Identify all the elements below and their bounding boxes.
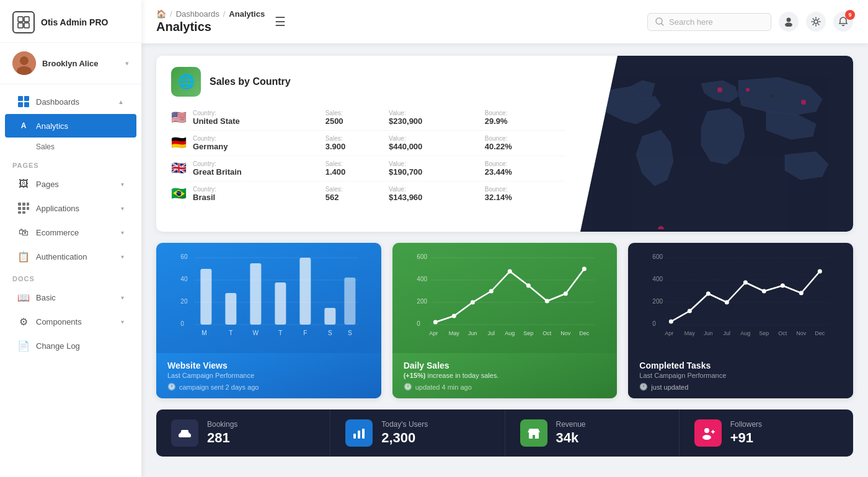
settings-button[interactable] — [806, 12, 826, 32]
svg-rect-17 — [18, 211, 21, 214]
svg-point-88 — [725, 300, 729, 305]
svg-text:0: 0 — [417, 320, 420, 327]
today-users-value: 2,300 — [381, 430, 428, 446]
breadcrumb-sep2: / — [223, 9, 226, 19]
svg-text:Nov: Nov — [560, 330, 571, 336]
country-flag: 🇩🇪 — [171, 131, 193, 156]
chart-bar-icon — [352, 426, 366, 440]
svg-point-27 — [801, 100, 806, 105]
value-cell: Value: $230,900 — [389, 105, 485, 131]
country-cell: Country: United State — [193, 105, 326, 131]
svg-text:Sep: Sep — [760, 330, 769, 336]
daily-sales-chart: 600 400 200 0 — [392, 243, 618, 353]
breadcrumb-dashboards[interactable]: Dashboards — [176, 9, 219, 19]
sales-by-country-card: 🌐 Sales by Country 🇺🇸 Country: United St… — [156, 56, 853, 232]
bounce-cell: Bounce: 40.22% — [485, 131, 565, 156]
svg-text:Sep: Sep — [523, 330, 533, 336]
search-box[interactable] — [647, 13, 771, 31]
country-cell: Country: Brasil — [193, 182, 326, 207]
sidebar-user[interactable]: Brooklyn Alice ▾ — [0, 43, 141, 84]
daily-sales-subtitle: (+15%) increase in today sales. — [404, 372, 606, 379]
sidebar-item-applications[interactable]: Applications ▾ — [5, 196, 136, 220]
svg-rect-42 — [324, 308, 335, 325]
header: 🏠 / Dashboards / Analytics Analytics ☰ — [141, 0, 868, 43]
sidebar-item-dashboards[interactable]: Dashboards ▲ — [5, 90, 136, 113]
sidebar-item-basic[interactable]: 📖 Basic ▾ — [5, 286, 136, 309]
sidebar-item-analytics[interactable]: A Analytics — [5, 114, 136, 138]
section-pages: PAGES — [0, 155, 141, 172]
bookings-icon — [171, 419, 198, 447]
svg-line-20 — [662, 24, 663, 25]
revenue-value: 34k — [556, 430, 586, 446]
svg-text:60: 60 — [180, 253, 188, 260]
svg-point-67 — [582, 267, 587, 271]
svg-rect-43 — [344, 278, 355, 325]
user-profile-button[interactable] — [779, 12, 799, 32]
svg-point-63 — [508, 269, 512, 274]
authentication-icon: 📋 — [17, 250, 30, 263]
svg-rect-15 — [22, 207, 25, 210]
website-views-info: Website Views Last Campaign Performance … — [156, 353, 381, 398]
svg-rect-13 — [27, 203, 29, 206]
country-cell: Country: Great Britain — [193, 156, 326, 182]
dashboards-icon — [17, 95, 30, 108]
svg-point-23 — [814, 20, 818, 24]
svg-rect-8 — [24, 96, 29, 101]
country-table: 🇺🇸 Country: United State Sales: 2500 Val… — [171, 105, 565, 206]
user-chevron-icon: ▾ — [125, 59, 129, 68]
daily-sales-title: Daily Sales — [404, 361, 606, 370]
applications-label: Applications — [36, 204, 79, 213]
website-views-footer: 🕐campaign sent 2 days ago — [167, 383, 370, 391]
followers-info: Followers +91 — [730, 420, 762, 446]
svg-text:T: T — [278, 330, 282, 336]
today-users-label: Today's Users — [381, 420, 428, 429]
components-chevron-icon: ▾ — [121, 318, 124, 325]
page-title: Analytics — [156, 20, 265, 34]
menu-icon[interactable]: ☰ — [275, 14, 286, 29]
svg-text:Jun: Jun — [468, 330, 477, 336]
basic-label: Basic — [36, 293, 56, 302]
svg-point-87 — [706, 292, 711, 296]
svg-point-86 — [688, 309, 692, 313]
daily-sales-card: 600 400 200 0 — [392, 243, 618, 398]
sales-card-header: 🌐 Sales by Country — [171, 67, 565, 97]
breadcrumb-home-icon: 🏠 — [156, 9, 166, 19]
followers-label: Followers — [730, 420, 762, 429]
svg-rect-3 — [24, 23, 29, 28]
changelog-label: Change Log — [36, 341, 80, 351]
svg-text:Jul: Jul — [724, 330, 731, 336]
sofa-icon — [178, 426, 192, 440]
header-title-wrap: 🏠 / Dashboards / Analytics Analytics — [156, 9, 265, 34]
person-add-icon — [701, 426, 715, 440]
header-right: 9 — [647, 12, 853, 32]
bounce-cell: Bounce: 23.44% — [485, 156, 565, 182]
svg-text:600: 600 — [417, 253, 427, 260]
daily-sales-footer: 🕐updated 4 min ago — [404, 383, 606, 391]
bounce-cell: Bounce: 29.9% — [485, 105, 565, 131]
sales-label: Sales — [36, 142, 55, 151]
completed-tasks-chart: 600 400 200 0 — [628, 243, 853, 353]
sidebar-item-ecommerce[interactable]: 🛍 Ecommerce ▾ — [5, 221, 136, 244]
svg-point-28 — [771, 94, 774, 98]
notifications-button[interactable]: 9 — [833, 12, 853, 32]
revenue-icon — [520, 419, 547, 447]
sidebar-item-sales[interactable]: Sales — [5, 138, 136, 155]
authentication-chevron-icon: ▾ — [121, 253, 124, 260]
svg-rect-11 — [18, 203, 21, 206]
svg-rect-7 — [18, 96, 23, 101]
sales-card-left: 🌐 Sales by Country 🇺🇸 Country: United St… — [156, 56, 580, 232]
sidebar-item-authentication[interactable]: 📋 Authentication ▾ — [5, 245, 136, 268]
table-row: 🇺🇸 Country: United State Sales: 2500 Val… — [171, 105, 565, 131]
sidebar-item-components[interactable]: ⚙ Components ▾ — [5, 310, 136, 333]
country-cell: Country: Germany — [193, 131, 326, 156]
completed-tasks-subtitle: Last Campaign Performance — [639, 372, 842, 379]
sidebar-item-pages[interactable]: 🖼 Pages ▾ — [5, 172, 136, 196]
svg-rect-106 — [181, 430, 188, 434]
svg-point-60 — [452, 314, 456, 318]
search-input[interactable] — [669, 17, 756, 27]
svg-rect-37 — [200, 269, 211, 325]
logo-icon — [12, 11, 35, 33]
sidebar-item-changelog[interactable]: 📄 Change Log — [5, 334, 136, 357]
svg-text:S: S — [328, 330, 332, 336]
website-views-chart: 60 40 20 0 — [156, 243, 381, 353]
